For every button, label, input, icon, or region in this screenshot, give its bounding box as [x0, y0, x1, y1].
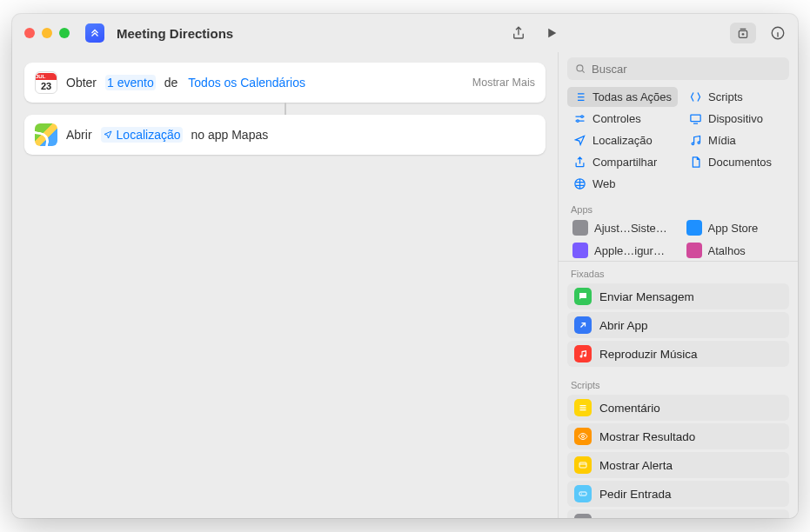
titlebar: Meeting Directions — [12, 14, 798, 52]
action-label: Comentário — [599, 402, 660, 415]
minimize-window-button[interactable] — [42, 28, 52, 38]
section-label-scripts: Scripts — [559, 373, 798, 393]
calendar-icon: JUL 23 — [35, 71, 57, 94]
category-label: Compartilhar — [592, 156, 657, 169]
svg-point-2 — [577, 65, 583, 71]
svg-point-7 — [698, 142, 700, 144]
app-icon — [686, 243, 702, 258]
action-label: Mostrar Alerta — [599, 459, 673, 472]
share-icon[interactable] — [511, 25, 526, 41]
action-label: Abrir App — [599, 319, 648, 332]
svg-point-4 — [577, 120, 579, 123]
action-glyph-icon — [574, 485, 592, 502]
library-action-item[interactable]: Abrir App — [567, 312, 789, 338]
category-script[interactable]: Scripts — [683, 87, 789, 107]
svg-point-3 — [581, 116, 584, 118]
app-label: App Store — [708, 222, 759, 235]
library-toggle-icon[interactable] — [730, 23, 756, 43]
category-web[interactable]: Web — [567, 174, 678, 194]
category-label: Documentos — [708, 156, 772, 169]
action-glyph-icon — [574, 428, 592, 445]
run-icon[interactable] — [544, 25, 559, 41]
category-label: Todas as Ações — [592, 90, 672, 103]
category-media[interactable]: Mídia — [683, 130, 789, 150]
action-card-get-events[interactable]: JUL 23 Obter 1 evento de Todos os Calend… — [24, 63, 546, 103]
web-icon — [573, 177, 586, 190]
svg-rect-11 — [579, 492, 586, 495]
action-glyph-icon — [574, 456, 592, 474]
app-item[interactable]: App Store — [681, 217, 790, 238]
calendar-source-token[interactable]: Todos os Calendários — [186, 75, 307, 90]
window-title: Meeting Directions — [117, 26, 233, 41]
library-action-item[interactable]: Mostrar Resultado — [567, 423, 789, 449]
app-item[interactable]: Atalhos — [681, 240, 790, 261]
category-label: Dispositivo — [708, 112, 763, 125]
action-glyph-icon — [574, 399, 592, 416]
app-item[interactable]: Ajust…Sistema — [567, 217, 676, 238]
action-glyph-icon — [574, 288, 592, 305]
library-action-item[interactable]: Contar — [567, 509, 789, 518]
library-action-item[interactable]: Enviar Mensagem — [567, 283, 789, 309]
category-label: Web — [592, 177, 616, 190]
scripts-actions-list: ComentárioMostrar ResultadoMostrar Alert… — [559, 393, 798, 518]
action-label: Contar — [599, 516, 635, 519]
apps-grid: Ajust…SistemaApp StoreApple…iguratorAtal… — [559, 217, 798, 261]
library-action-item[interactable]: Mostrar Alerta — [567, 452, 789, 478]
maps-icon — [35, 123, 57, 146]
action-card-open-maps[interactable]: Abrir Localização no app Mapas — [24, 115, 546, 155]
actions-library-sidebar: Todas as AçõesScriptsControlesDispositiv… — [558, 52, 798, 518]
window-controls — [24, 28, 70, 38]
share-icon — [573, 156, 586, 169]
app-label: Ajust…Sistema — [594, 222, 671, 235]
action-verb: Obter — [66, 76, 97, 90]
action-from-label: de — [164, 76, 178, 90]
svg-point-6 — [692, 143, 694, 145]
media-icon — [689, 134, 702, 147]
action-glyph-icon — [574, 345, 592, 362]
category-location[interactable]: Localização — [567, 130, 678, 150]
close-window-button[interactable] — [24, 28, 35, 38]
action-label: Enviar Mensagem — [599, 290, 694, 303]
svg-point-9 — [582, 436, 585, 438]
search-icon — [574, 63, 586, 75]
action-suffix: no app Mapas — [191, 128, 269, 142]
category-share[interactable]: Compartilhar — [567, 152, 678, 172]
category-device[interactable]: Dispositivo — [683, 109, 789, 129]
info-icon[interactable] — [770, 25, 786, 41]
app-item[interactable]: Apple…igurator — [567, 240, 676, 261]
category-label: Localização — [592, 134, 653, 147]
category-doc[interactable]: Documentos — [683, 152, 789, 172]
search-input[interactable] — [567, 57, 789, 80]
svg-rect-10 — [579, 462, 586, 468]
library-action-item[interactable]: Reproduzir Música — [567, 341, 789, 367]
action-label: Reproduzir Música — [599, 348, 698, 361]
action-label: Mostrar Resultado — [599, 430, 695, 443]
location-variable-token[interactable]: Localização — [101, 127, 183, 143]
category-label: Mídia — [708, 134, 736, 147]
action-glyph-icon — [574, 514, 592, 518]
doc-icon — [689, 156, 702, 169]
app-icon — [686, 220, 702, 236]
library-action-item[interactable]: Pedir Entrada — [567, 481, 789, 507]
category-label: Controles — [592, 112, 641, 125]
category-grid: Todas as AçõesScriptsControlesDispositiv… — [559, 87, 798, 197]
action-verb: Abrir — [66, 128, 92, 142]
app-icon — [572, 220, 588, 236]
library-action-item[interactable]: Comentário — [567, 395, 789, 421]
app-label: Atalhos — [708, 244, 746, 257]
show-more-button[interactable]: Mostrar Mais — [472, 76, 535, 89]
search-field-wrapper — [567, 57, 789, 80]
fullscreen-window-button[interactable] — [59, 28, 70, 38]
workflow-editor[interactable]: JUL 23 Obter 1 evento de Todos os Calend… — [12, 52, 558, 518]
section-label-apps: Apps — [559, 197, 798, 217]
svg-rect-5 — [691, 115, 700, 122]
shortcut-icon — [85, 23, 104, 43]
category-list[interactable]: Todas as Ações — [567, 87, 678, 107]
action-label: Pedir Entrada — [599, 488, 672, 501]
category-controls[interactable]: Controles — [567, 109, 678, 129]
app-icon — [572, 243, 588, 258]
location-icon — [573, 134, 586, 147]
events-count-token[interactable]: 1 evento — [105, 75, 156, 90]
list-icon — [573, 90, 586, 103]
controls-icon — [573, 112, 586, 125]
